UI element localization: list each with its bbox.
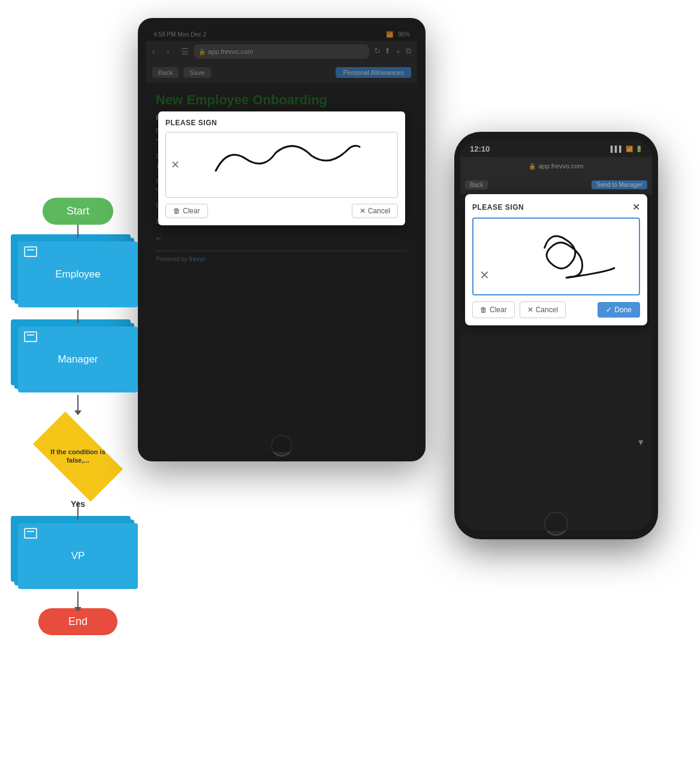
flow-employee-label: Employee [55,268,101,280]
phone-sign-canvas[interactable]: ✕ [472,218,640,295]
flow-vp-node[interactable]: VP [18,523,138,589]
flowchart: Start Employee Manager If the condition … [18,198,138,635]
flow-condition-label: If the condition is false,... [45,448,111,466]
phone-clear-icon: 🗑 [480,306,487,314]
tablet-cancel-label: Cancel [368,207,390,215]
tablet-cancel-icon: ✕ [360,207,366,215]
tablet-clear-icon: 🗑 [173,207,180,215]
flow-manager-wrap: Manager [18,327,138,392]
flow-arrow-5 [77,591,79,608]
flow-diamond-wrap: If the condition is false,... No Yes [18,418,138,496]
phone-sign-close-btn[interactable]: ✕ [632,201,640,213]
flow-condition-node[interactable]: If the condition is false,... [33,412,123,502]
tablet-sig-svg [198,135,366,195]
flow-vp-label: VP [71,550,85,562]
manager-node-icon [24,331,37,342]
phone-screen: 12:10 ▌▌▌ 📶 🔋 🔒 app.frevvo.com Back Send… [460,140,652,531]
phone-clear-btn[interactable]: 🗑 Clear [472,301,515,318]
phone-sig-svg [473,219,639,294]
tablet-sign-modal: PLEASE SIGN ✕ 🗑 Clear ✕ Cancel [158,111,405,225]
phone-sign-modal-title: PLEASE SIGN [472,203,524,212]
flow-employee-node[interactable]: Employee [18,241,138,307]
phone-sign-actions: 🗑 Clear ✕ Cancel ✓ Done [472,301,640,318]
tablet-sign-actions: 🗑 Clear ✕ Cancel [165,204,398,218]
phone-sign-modal: PLEASE SIGN ✕ ✕ 🗑 Clear ✕ Cancel [465,194,647,325]
tablet-cancel-btn[interactable]: ✕ Cancel [352,204,398,218]
phone-cancel-label: Cancel [536,306,558,314]
flow-vp-wrap: VP [18,523,138,589]
phone-done-label: Done [614,306,632,314]
flow-arrow-3 [77,395,79,412]
flow-end-node[interactable]: End [38,608,117,635]
phone-sign-modal-header: PLEASE SIGN ✕ [472,201,640,213]
tablet-modal-overlay [146,28,417,452]
tablet-sign-drawing [166,132,397,197]
phone-cancel-icon: ✕ [527,306,533,314]
flow-manager-label: Manager [58,354,98,366]
tablet-clear-label: Clear [183,207,200,215]
tablet-clear-btn[interactable]: 🗑 Clear [165,204,208,218]
vp-node-icon [24,528,37,539]
tablet-device: 4:58 PM Mon Dec 2 📶 96% ‹ › ☰ 🔒 app.frev… [138,18,426,461]
phone-cancel-btn[interactable]: ✕ Cancel [520,301,566,318]
phone-done-btn[interactable]: ✓ Done [598,302,640,318]
flow-employee-wrap: Employee [18,241,138,307]
tablet-sign-canvas[interactable]: ✕ [165,132,398,198]
flow-manager-node[interactable]: Manager [18,327,138,392]
employee-node-icon [24,246,37,257]
tablet-screen: 4:58 PM Mon Dec 2 📶 96% ‹ › ☰ 🔒 app.frev… [146,28,417,452]
phone-clear-label: Clear [490,306,507,314]
tablet-sign-modal-title: PLEASE SIGN [165,119,398,127]
phone-device: 12:10 ▌▌▌ 📶 🔋 🔒 app.frevvo.com Back Send… [454,132,658,539]
phone-done-icon: ✓ [606,306,612,314]
flow-start-node[interactable]: Start [43,198,113,225]
